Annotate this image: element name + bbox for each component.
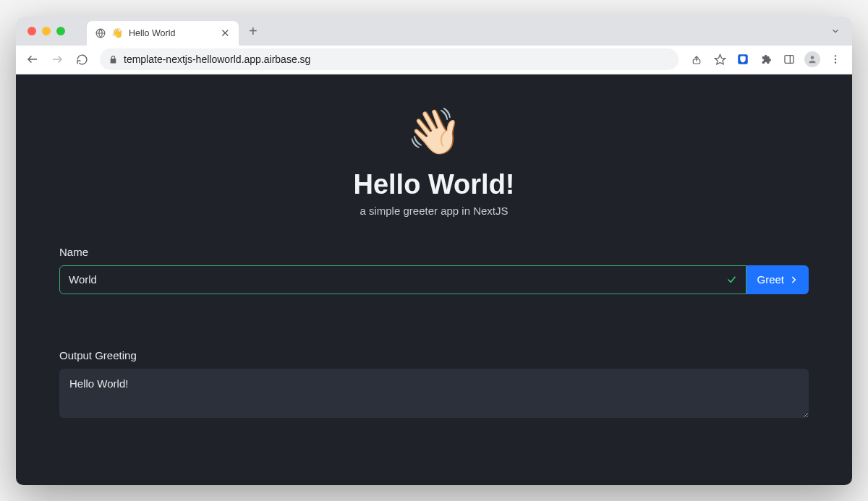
forward-button[interactable] xyxy=(46,48,68,70)
svg-point-10 xyxy=(835,59,836,60)
output-label: Output Greeting xyxy=(59,349,809,361)
tab-title: Hello World xyxy=(129,28,215,38)
close-window-button[interactable] xyxy=(27,27,36,35)
toolbar-right xyxy=(686,48,846,70)
share-button[interactable] xyxy=(686,48,707,70)
output-greeting-textarea[interactable] xyxy=(59,369,809,418)
url-text: template-nextjs-helloworld.app.airbase.s… xyxy=(124,53,310,65)
back-button[interactable] xyxy=(22,48,43,70)
side-panel-button[interactable] xyxy=(778,48,800,70)
tab-close-button[interactable]: ✕ xyxy=(221,27,230,40)
name-input-container xyxy=(59,265,746,294)
bookmark-button[interactable] xyxy=(709,48,731,70)
page-title: Hello World! xyxy=(353,169,514,200)
tabs-dropdown-button[interactable] xyxy=(830,26,841,36)
name-label: Name xyxy=(59,246,809,258)
wave-emoji-icon: 👋🏻 xyxy=(407,105,462,158)
svg-point-11 xyxy=(835,61,836,63)
greet-button[interactable]: Greet xyxy=(746,265,809,294)
page-content: 👋🏻 Hello World! a simple greeter app in … xyxy=(16,74,852,485)
new-tab-button[interactable]: + xyxy=(249,24,258,38)
globe-icon xyxy=(95,28,106,38)
svg-marker-4 xyxy=(715,54,725,64)
avatar-icon xyxy=(804,51,820,67)
greet-button-label: Greet xyxy=(757,273,784,286)
output-section: Output Greeting xyxy=(16,349,852,421)
svg-rect-6 xyxy=(785,56,793,64)
tab-favicon: 👋 xyxy=(111,28,123,38)
svg-point-9 xyxy=(835,55,836,56)
browser-toolbar: template-nextjs-helloworld.app.airbase.s… xyxy=(16,46,852,74)
svg-point-8 xyxy=(811,56,814,59)
valid-check-icon xyxy=(726,274,746,285)
chevron-right-icon xyxy=(788,275,799,285)
name-input-row: Greet xyxy=(59,265,809,294)
browser-window: 👋 Hello World ✕ + template-nextjs-hellow… xyxy=(16,17,852,485)
maximize-window-button[interactable] xyxy=(56,27,65,35)
name-section: Name Greet xyxy=(16,246,852,294)
name-input[interactable] xyxy=(60,266,726,294)
minimize-window-button[interactable] xyxy=(42,27,51,35)
extensions-button[interactable] xyxy=(755,48,777,70)
hero-section: 👋🏻 Hello World! a simple greeter app in … xyxy=(16,74,852,217)
reload-button[interactable] xyxy=(71,48,93,70)
browser-tab[interactable]: 👋 Hello World ✕ xyxy=(87,21,239,46)
address-bar[interactable]: template-nextjs-helloworld.app.airbase.s… xyxy=(100,48,678,70)
lock-icon xyxy=(109,55,118,64)
password-manager-extension[interactable] xyxy=(732,48,754,70)
menu-button[interactable] xyxy=(825,48,846,70)
browser-tab-bar: 👋 Hello World ✕ + xyxy=(16,17,852,46)
profile-button[interactable] xyxy=(801,48,823,70)
window-controls xyxy=(16,27,65,35)
page-subtitle: a simple greeter app in NextJS xyxy=(359,205,508,217)
